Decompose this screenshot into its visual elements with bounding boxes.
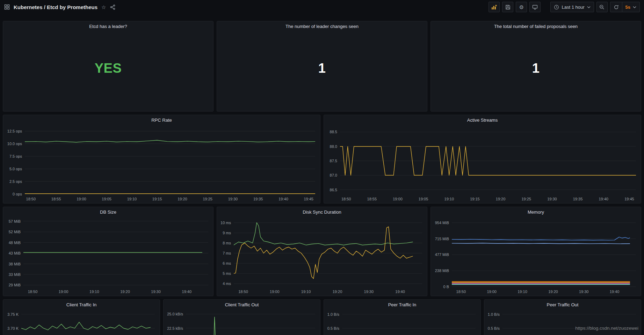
stat-row: Etcd has a leader? YES The number of lea… [3, 21, 641, 112]
panel-title[interactable]: RPC Rate [3, 115, 320, 125]
svg-text:19:10: 19:10 [444, 197, 454, 201]
rpc-rate-chart[interactable]: 0 ops2.5 ops5.0 ops7.5 ops10.0 ops12.5 o… [3, 125, 320, 203]
clock-icon [554, 5, 559, 10]
svg-text:22.5 kB/s: 22.5 kB/s [167, 326, 183, 330]
panel-title[interactable]: Memory [431, 207, 641, 217]
settings-gear-icon: ⚙ [519, 5, 524, 10]
svg-text:19:05: 19:05 [102, 197, 111, 201]
svg-text:19:10: 19:10 [127, 197, 137, 201]
save-icon [505, 5, 511, 10]
svg-text:19:10: 19:10 [89, 290, 99, 294]
svg-text:18:55: 18:55 [51, 197, 61, 201]
zoom-out-icon [599, 5, 605, 10]
panel-title[interactable]: Disk Sync Duration [217, 207, 427, 217]
peer-traffic-out-chart[interactable]: 1.0 B/s0.5 B/s0 B/s [484, 309, 641, 335]
svg-text:18:50: 18:50 [238, 290, 248, 294]
disk-sync-chart[interactable]: 4 ms5 ms6 ms7 ms8 ms9 ms10 ms18:5019:001… [217, 217, 427, 296]
svg-text:19:30: 19:30 [579, 290, 589, 294]
cycle-view-button[interactable] [529, 2, 541, 12]
chart-row-2: DB Size 29 MiB33 MiB38 MiB43 MiB48 MiB52… [3, 207, 641, 296]
svg-text:19:45: 19:45 [624, 197, 634, 201]
svg-text:5 ms: 5 ms [223, 271, 231, 276]
svg-text:88.5: 88.5 [330, 130, 337, 134]
db-size-chart[interactable]: 29 MiB33 MiB38 MiB43 MiB48 MiB52 MiB57 M… [3, 217, 213, 296]
time-range-picker[interactable]: Last 1 hour [550, 2, 594, 12]
chart-row-1: RPC Rate 0 ops2.5 ops5.0 ops7.5 ops10.0 … [3, 115, 641, 204]
svg-text:19:10: 19:10 [301, 290, 311, 294]
svg-text:19:35: 19:35 [253, 197, 263, 201]
svg-text:1.0 B/s: 1.0 B/s [327, 312, 340, 316]
save-dashboard-button[interactable] [502, 2, 513, 12]
panel-leader-changes: The number of leader changes seen 1 [217, 21, 427, 112]
star-icon[interactable]: ☆ [101, 5, 106, 10]
svg-text:52 MiB: 52 MiB [9, 230, 21, 234]
panel-client-traffic-out: Client Traffic Out 25.0 kB/s22.5 kB/s20.… [163, 299, 320, 335]
svg-text:5.0 ops: 5.0 ops [9, 167, 22, 171]
panel-title[interactable]: Active Streams [324, 115, 641, 125]
stat-value-failed-proposals: 1 [431, 31, 641, 111]
panel-title[interactable]: Peer Traffic In [324, 300, 480, 309]
panel-title[interactable]: The total number of failed proposals see… [431, 21, 641, 31]
svg-text:18:55: 18:55 [367, 197, 377, 201]
apps-grid-icon[interactable] [4, 4, 10, 10]
share-icon[interactable] [110, 5, 115, 10]
panel-failed-proposals: The total number of failed proposals see… [430, 21, 641, 112]
svg-text:477 MiB: 477 MiB [435, 252, 449, 257]
dashboard-title[interactable]: Kubernetes / Etcd by Prometheus [14, 4, 97, 10]
svg-text:19:00: 19:00 [393, 197, 403, 201]
svg-text:18:50: 18:50 [28, 290, 38, 294]
memory-chart[interactable]: 0 B238 MiB477 MiB715 MiB954 MiB18:5019:0… [431, 217, 641, 296]
active-streams-chart[interactable]: 86.587.087.588.088.518:5018:5519:0019:05… [324, 125, 641, 203]
svg-text:10 ms: 10 ms [220, 221, 231, 225]
svg-text:19:15: 19:15 [470, 197, 480, 201]
navbar: Kubernetes / Etcd by Prometheus ☆ [0, 0, 644, 14]
svg-text:19:20: 19:20 [120, 290, 130, 294]
zoom-out-button[interactable] [596, 2, 608, 12]
svg-text:19:45: 19:45 [304, 197, 313, 201]
svg-text:0 B: 0 B [443, 285, 449, 289]
add-panel-button[interactable] [489, 2, 500, 12]
svg-text:19:00: 19:00 [270, 290, 280, 294]
svg-text:19:30: 19:30 [364, 290, 374, 294]
svg-text:3.75 K: 3.75 K [7, 312, 19, 316]
svg-text:87.0: 87.0 [330, 173, 337, 177]
svg-text:19:10: 19:10 [518, 290, 527, 294]
svg-text:19:00: 19:00 [59, 290, 68, 294]
client-traffic-in-chart[interactable]: 3.75 K3.70 K3.65 K3.60 K [3, 309, 160, 335]
panel-title[interactable]: Client Traffic Out [164, 300, 320, 309]
svg-text:18:50: 18:50 [341, 197, 351, 201]
svg-text:19:40: 19:40 [599, 197, 608, 201]
svg-text:19:40: 19:40 [182, 290, 192, 294]
panel-title[interactable]: The number of leader changes seen [217, 21, 427, 31]
panel-title[interactable]: Peer Traffic Out [484, 300, 641, 309]
chevron-down-icon [587, 6, 591, 8]
svg-text:33 MiB: 33 MiB [9, 272, 21, 277]
svg-text:12.5 ops: 12.5 ops [7, 129, 22, 133]
svg-text:29 MiB: 29 MiB [9, 283, 21, 287]
panel-title[interactable]: DB Size [3, 207, 213, 217]
button-divider [622, 2, 622, 12]
svg-text:715 MiB: 715 MiB [435, 237, 449, 241]
dashboard-settings-button[interactable]: ⚙ [516, 2, 527, 12]
svg-text:1.0 B/s: 1.0 B/s [488, 312, 500, 316]
svg-text:19:25: 19:25 [203, 197, 212, 201]
svg-text:19:15: 19:15 [152, 197, 162, 201]
time-range-label: Last 1 hour [562, 5, 584, 10]
svg-text:7 ms: 7 ms [223, 251, 231, 255]
svg-text:19:25: 19:25 [521, 197, 531, 201]
svg-text:18:50: 18:50 [26, 197, 36, 201]
monitor-icon [532, 5, 538, 10]
dashboard-grid: Etcd has a leader? YES The number of lea… [0, 14, 644, 335]
refresh-icon [614, 5, 619, 10]
client-traffic-out-chart[interactable]: 25.0 kB/s22.5 kB/s20.0 kB/s17.5 kB/s [164, 309, 320, 335]
panel-client-traffic-in: Client Traffic In 3.75 K3.70 K3.65 K3.60… [3, 299, 160, 335]
svg-text:954 MiB: 954 MiB [435, 221, 449, 225]
peer-traffic-in-chart[interactable]: 1.0 B/s0.5 B/s0 B/s [324, 309, 480, 335]
refresh-interval-button[interactable]: 5s [610, 2, 640, 12]
svg-text:6 ms: 6 ms [223, 261, 231, 265]
refresh-interval-label: 5s [625, 5, 630, 10]
svg-text:19:40: 19:40 [610, 290, 620, 294]
svg-text:19:40: 19:40 [278, 197, 288, 201]
panel-title[interactable]: Etcd has a leader? [3, 21, 213, 31]
panel-title[interactable]: Client Traffic In [3, 300, 160, 309]
